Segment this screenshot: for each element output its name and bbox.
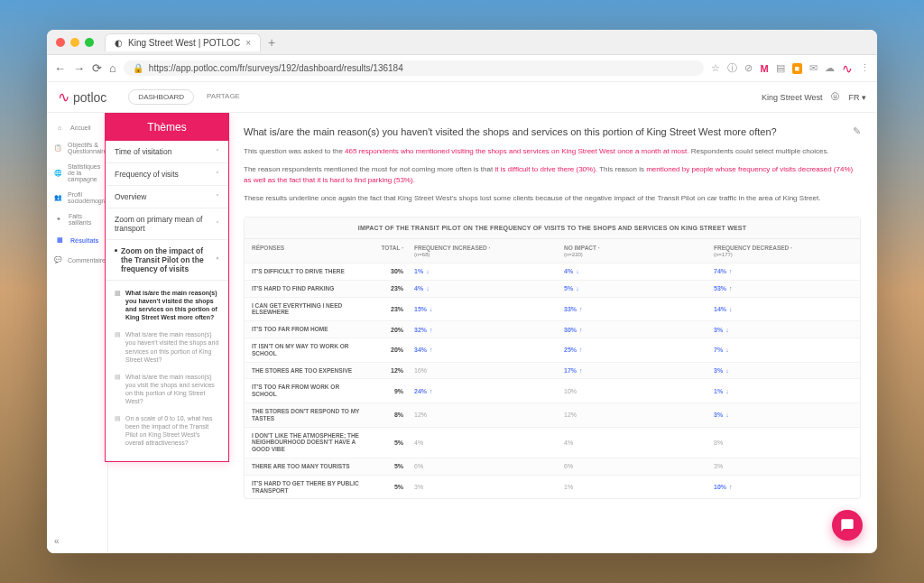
question-title-row: What is/are the main reason(s) you haven… xyxy=(244,125,861,137)
theme-time[interactable]: Time of visitation˅ xyxy=(106,141,228,163)
header-tabs: DASHBOARD PARTAGE xyxy=(128,89,249,105)
paragraph-2: The reason respondents mentioned the mos… xyxy=(244,164,861,186)
theme-transit-pilot[interactable]: Zoom on the impact of the Transit Pilot … xyxy=(106,240,228,281)
app: ∿ potloc DASHBOARD PARTAGE King Street W… xyxy=(47,82,877,553)
response-label: IT'S DIFFICULT TO DRIVE THERE xyxy=(252,268,369,275)
col-decreased[interactable]: FREQUENCY DECREASED ·(n=177) xyxy=(703,245,853,257)
response-label: THE STORES DON'T RESPOND TO MY TASTES xyxy=(252,408,369,422)
header-right: King Street West ⓤ FR ▾ xyxy=(762,91,866,103)
toolbar-icons: ☆ ⓘ ⊘ M ▤ ■ ✉ ☁ ∿ ⋮ xyxy=(711,61,870,76)
block-icon[interactable]: ⊘ xyxy=(744,62,753,74)
table-cell: 6% xyxy=(403,463,553,469)
col-noimpact[interactable]: NO IMPACT ·(n=220) xyxy=(553,245,703,257)
tab-favicon: ◐ xyxy=(115,38,123,48)
orange-extension-icon[interactable]: ■ xyxy=(792,63,802,74)
nav-profil[interactable]: 👥Profil sociodémographique xyxy=(51,188,104,208)
response-label: I DON'T LIKE THE ATMOSPHERE; THE NEIGHBO… xyxy=(252,432,369,453)
extension-icon[interactable]: ▤ xyxy=(776,62,785,74)
maximize-window-icon[interactable] xyxy=(85,38,94,47)
nav-objectifs[interactable]: 📋Objectifs & Questionnaire xyxy=(51,138,104,158)
table-cell: 10%↑ xyxy=(703,484,853,490)
nav-accueil[interactable]: ⌂Accueil xyxy=(51,118,104,136)
response-label: IT'S TOO FAR FROM HOME xyxy=(252,326,369,333)
chart-icon: ▦ xyxy=(54,235,65,245)
theme-overview[interactable]: Overview˅ xyxy=(106,186,228,208)
table-cell: 14%↓ xyxy=(703,306,853,312)
col-total[interactable]: TOTAL · xyxy=(369,245,403,257)
themes-panel-wrap: Thèmes Time of visitation˅ Frequency of … xyxy=(108,113,227,553)
back-icon[interactable]: ← xyxy=(54,61,66,75)
star-icon[interactable]: ☆ xyxy=(711,62,720,74)
table-row: I CAN GET EVERYTHING I NEED ELSEWHERE23%… xyxy=(245,297,860,321)
table-cell: 15%↓ xyxy=(403,306,553,312)
edit-icon[interactable]: ✎ xyxy=(853,125,861,137)
lang-switch[interactable]: FR ▾ xyxy=(848,93,866,102)
table-cell: 8% xyxy=(703,440,853,446)
total-pct: 12% xyxy=(369,367,403,374)
response-label: THE STORES ARE TOO EXPENSIVE xyxy=(252,367,369,375)
mail-icon[interactable]: ✉ xyxy=(809,62,818,74)
theme-sub-items: ▤What is/are the main reason(s) you have… xyxy=(106,281,228,461)
sub-question-4[interactable]: ▤On a scale of 0 to 10, what has been th… xyxy=(111,410,223,451)
tab-partage[interactable]: PARTAGE xyxy=(198,89,249,105)
total-pct: 23% xyxy=(369,306,403,312)
sub-question-1[interactable]: ▤What is/are the main reason(s) you have… xyxy=(111,284,223,326)
nav-commentaires[interactable]: 💬Commentaires xyxy=(51,251,104,269)
col-increased[interactable]: FREQUENCY INCREASED ·(n=68) xyxy=(403,245,553,257)
forward-icon[interactable]: → xyxy=(73,61,85,75)
minimize-window-icon[interactable] xyxy=(70,38,79,47)
chat-fab[interactable] xyxy=(832,510,863,541)
home-icon[interactable]: ⌂ xyxy=(109,61,116,75)
sub-question-3[interactable]: ▤What is/are the main reason(s) you visi… xyxy=(111,368,223,410)
sub-question-2[interactable]: ▤What is/are the main reason(s) you have… xyxy=(111,326,223,367)
table-cell: 3% xyxy=(703,463,853,469)
table-cell: 4%↓ xyxy=(553,268,703,274)
table-row: THERE ARE TOO MANY TOURISTS5%6%6%3% xyxy=(245,458,860,475)
table-row: THE STORES DON'T RESPOND TO MY TASTES8%1… xyxy=(245,403,860,427)
menu-icon[interactable]: ⋮ xyxy=(860,62,870,74)
browser-tabs: ◐ King Street West | POTLOC × + xyxy=(105,33,868,51)
question-title: What is/are the main reason(s) you haven… xyxy=(244,126,777,137)
new-tab-button[interactable]: + xyxy=(268,35,275,50)
response-label: THERE ARE TOO MANY TOURISTS xyxy=(252,463,369,470)
logo-icon: ∿ xyxy=(58,88,69,106)
response-label: IT ISN'T ON MY WAY TO WORK OR SCHOOL xyxy=(252,343,369,357)
logo[interactable]: ∿ potloc xyxy=(58,88,106,106)
total-pct: 30% xyxy=(369,268,403,274)
tab-dashboard[interactable]: DASHBOARD xyxy=(128,89,194,105)
paragraph-3: These results underline once again the f… xyxy=(244,193,861,204)
info-icon[interactable]: ⓘ xyxy=(727,61,737,75)
table-header-row: RÉPONSES TOTAL · FREQUENCY INCREASED ·(n… xyxy=(245,238,860,263)
table-cell: 24%↑ xyxy=(403,388,553,394)
close-tab-icon[interactable]: × xyxy=(245,38,251,48)
m-extension-icon[interactable]: M xyxy=(760,63,768,74)
collapse-sidebar-icon[interactable]: « xyxy=(54,536,60,546)
table-row: IT'S TOO FAR FROM HOME20%32%↑30%↑3%↓ xyxy=(245,320,860,338)
nav-stats[interactable]: 🌐Statistiques de la campagne xyxy=(51,160,104,186)
potloc-extension-icon[interactable]: ∿ xyxy=(842,61,853,76)
total-pct: 8% xyxy=(369,412,403,418)
total-pct: 5% xyxy=(369,440,403,446)
doc-icon: ▤ xyxy=(115,330,121,363)
table-cell: 10% xyxy=(553,388,703,394)
total-pct: 9% xyxy=(369,388,403,394)
chevron-down-icon: ˅ xyxy=(216,171,219,179)
nav-resultats[interactable]: ▦Résultats xyxy=(51,231,104,249)
people-icon: 👥 xyxy=(54,192,62,203)
chevron-down-icon: ˅ xyxy=(216,193,219,201)
reload-icon[interactable]: ⟳ xyxy=(92,61,102,75)
table-row: IT'S TOO FAR FROM WORK OR SCHOOL9%24%↑10… xyxy=(245,378,860,403)
table-caption: IMPACT OF THE TRANSIT PILOT ON THE FREQU… xyxy=(245,217,860,238)
url-input[interactable]: 🔒 https://app.potloc.com/fr/surveys/192/… xyxy=(124,60,705,76)
browser-tab-active[interactable]: ◐ King Street West | POTLOC × xyxy=(105,33,261,51)
theme-frequency[interactable]: Frequency of visits˅ xyxy=(106,163,228,186)
theme-transport[interactable]: Zoom on primary mean of transport˅ xyxy=(106,208,228,240)
clipboard-icon: 📋 xyxy=(54,143,62,153)
col-responses[interactable]: RÉPONSES xyxy=(252,245,369,257)
nav-faits[interactable]: ✦Faits saillants xyxy=(51,209,104,229)
table-cell: 1%↓ xyxy=(703,388,853,394)
table-cell: 4%↓ xyxy=(403,285,553,292)
cloud-icon[interactable]: ☁ xyxy=(825,62,835,74)
close-window-icon[interactable] xyxy=(56,38,65,47)
user-avatar-icon[interactable]: ⓤ xyxy=(831,91,839,103)
